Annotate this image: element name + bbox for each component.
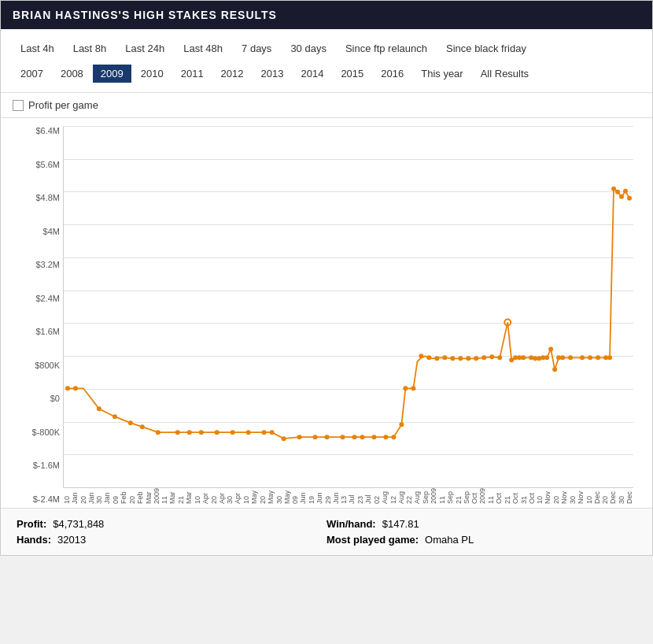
- x-label: 10 Apr: [194, 488, 209, 504]
- svg-point-37: [489, 354, 494, 359]
- x-label: 10 Nov: [536, 488, 552, 504]
- x-label: 19 Jun: [308, 488, 323, 504]
- svg-point-59: [611, 187, 616, 191]
- x-label: 30 Jan: [95, 488, 111, 504]
- svg-point-7: [175, 430, 180, 435]
- time-filter-last48h[interactable]: Last 48h: [175, 39, 231, 58]
- y-label-1: $5.6M: [20, 160, 63, 169]
- year-filter-thisyear[interactable]: This year: [413, 65, 470, 83]
- svg-point-61: [619, 194, 624, 199]
- svg-point-11: [231, 430, 235, 435]
- hands-label: Hands:: [17, 534, 51, 546]
- y-label-4: $3.2M: [20, 260, 63, 269]
- y-label-2: $4.8M: [20, 193, 63, 202]
- svg-point-24: [391, 435, 396, 439]
- svg-point-38: [497, 355, 502, 360]
- stats-right: Win/hand: $147.81 Most played game: Omah…: [326, 518, 636, 546]
- year-filter-2009[interactable]: 2009: [93, 65, 131, 83]
- svg-point-19: [341, 435, 345, 439]
- year-filter-2016[interactable]: 2016: [373, 65, 411, 83]
- svg-point-43: [521, 355, 526, 360]
- x-label: Mar 2009: [145, 488, 160, 504]
- x-label: 31 Oct: [520, 488, 536, 504]
- svg-point-1: [73, 386, 78, 390]
- x-label: 20 Jan: [79, 488, 95, 504]
- year-filter-2008[interactable]: 2008: [53, 65, 91, 83]
- svg-point-13: [262, 430, 267, 435]
- time-filter-blackfriday[interactable]: Since black friday: [438, 39, 534, 58]
- y-axis: $6.4M $5.6M $4.8M $4M $3.2M $2.4M $1.6M …: [20, 126, 63, 504]
- svg-point-26: [403, 386, 408, 390]
- year-filter-2015[interactable]: 2015: [333, 65, 371, 83]
- svg-point-9: [199, 430, 204, 435]
- year-filter-2014[interactable]: 2014: [293, 65, 331, 83]
- y-label-3: $4M: [20, 227, 63, 236]
- y-label-7: $800K: [20, 361, 63, 370]
- svg-point-62: [623, 189, 628, 194]
- svg-point-49: [548, 346, 553, 351]
- y-label-0: $6.4M: [20, 126, 63, 135]
- svg-point-52: [560, 355, 565, 360]
- svg-point-25: [399, 422, 404, 427]
- svg-point-20: [352, 435, 356, 439]
- x-label: 29 Jun: [324, 488, 340, 504]
- time-filter-7days[interactable]: 7 days: [234, 39, 279, 58]
- time-filter-ftp[interactable]: Since ftp relaunch: [338, 39, 435, 58]
- svg-point-54: [580, 355, 585, 360]
- x-label: 11 Oct: [487, 488, 503, 504]
- win-hand-value: $147.81: [382, 518, 419, 530]
- year-filter-2010[interactable]: 2010: [133, 65, 172, 83]
- x-label: 10 Jan: [63, 488, 79, 504]
- year-filter-2011[interactable]: 2011: [173, 65, 212, 83]
- chart-wrapper: $6.4M $5.6M $4.8M $4M $3.2M $2.4M $1.6M …: [20, 126, 633, 504]
- svg-point-4: [128, 420, 133, 425]
- x-label: 21 Sep: [455, 488, 470, 504]
- svg-point-21: [360, 435, 364, 439]
- year-filter-2013[interactable]: 2013: [253, 65, 292, 83]
- year-filter-2012[interactable]: 2012: [213, 65, 252, 83]
- svg-point-44: [529, 355, 533, 360]
- svg-point-12: [246, 430, 251, 435]
- win-hand-label: Win/hand:: [326, 518, 376, 530]
- year-filter-2007[interactable]: 2007: [13, 65, 51, 83]
- y-label-5: $2.4M: [20, 294, 63, 303]
- svg-point-55: [588, 355, 592, 360]
- y-label-8: $0: [20, 394, 63, 403]
- svg-point-27: [411, 386, 415, 390]
- time-filter-last4h[interactable]: Last 4h: [13, 39, 62, 58]
- y-label-11: $-2.4M: [20, 494, 63, 504]
- chart-svg: [64, 126, 633, 487]
- svg-point-30: [434, 356, 439, 361]
- x-label: 22 Aug: [405, 488, 421, 504]
- time-filter-last8h[interactable]: Last 8h: [65, 39, 115, 58]
- time-filter-last24h[interactable]: Last 24h: [117, 39, 172, 58]
- svg-point-56: [596, 355, 600, 360]
- page-title: BRIAN HASTINGS'S HIGH STAKES RESULTS: [13, 9, 640, 21]
- hands-row: Hands: 32013: [17, 534, 326, 546]
- svg-point-48: [544, 355, 549, 360]
- win-hand-row: Win/hand: $147.81: [326, 518, 636, 530]
- svg-point-15: [282, 436, 286, 441]
- x-label: 30 Apr: [226, 488, 242, 504]
- svg-point-8: [187, 430, 192, 435]
- svg-point-63: [627, 196, 632, 201]
- y-label-6: $1.6M: [20, 327, 63, 336]
- stats-left: Profit: $4,731,848 Hands: 32013: [17, 518, 326, 546]
- profit-per-game-label: Profit per game: [28, 99, 98, 111]
- x-label: 10 Dec: [585, 488, 601, 504]
- x-label: 20 Feb: [128, 488, 144, 504]
- y-label-10: $-1.6M: [20, 461, 63, 470]
- stats-bar: Profit: $4,731,848 Hands: 32013 Win/hand…: [1, 508, 652, 555]
- svg-point-46: [537, 356, 541, 361]
- svg-point-35: [474, 356, 478, 361]
- time-filter-30days[interactable]: 30 days: [282, 39, 334, 58]
- year-filter-all[interactable]: All Results: [473, 65, 537, 83]
- svg-point-0: [65, 386, 70, 390]
- svg-point-60: [615, 190, 620, 194]
- svg-point-29: [426, 355, 431, 360]
- x-label: 21 Oct: [504, 488, 519, 504]
- x-label: 30 Nov: [569, 488, 585, 504]
- x-label: 20 Dec: [601, 488, 617, 504]
- x-label: 11 Mar: [160, 488, 176, 504]
- profit-per-game-checkbox[interactable]: [13, 100, 24, 111]
